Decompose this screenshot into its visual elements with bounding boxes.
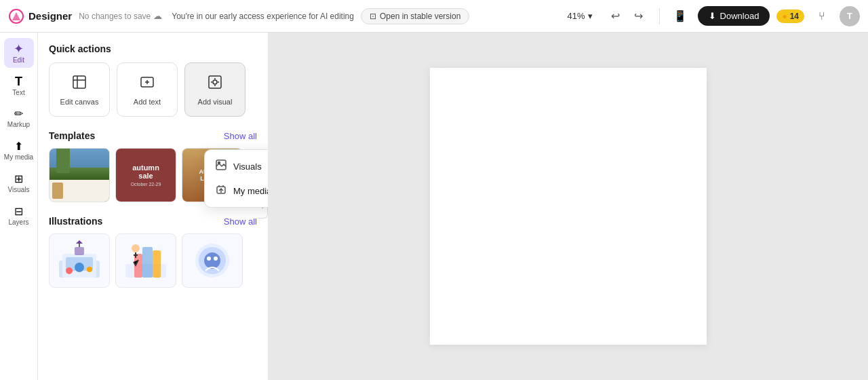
svg-rect-18 <box>153 250 161 278</box>
illustrations-title: Illustrations <box>49 216 102 227</box>
add-visual-icon <box>207 74 223 94</box>
templates-section-header: Templates Show all <box>49 130 257 141</box>
main-area: ✦ Edit T Text ✏ Markup ⬆ My media ⊞ Visu… <box>0 33 868 380</box>
quick-actions-grid: Edit canvas Add text <box>49 62 257 117</box>
edit-icon: ✦ <box>14 43 24 55</box>
edit-canvas-icon <box>71 74 87 94</box>
svg-rect-12 <box>75 247 84 255</box>
user-avatar-button[interactable]: T <box>840 6 860 26</box>
zoom-control[interactable]: 41% ▾ <box>562 8 598 24</box>
add-text-icon <box>139 74 155 94</box>
illustrations-grid <box>49 233 257 288</box>
zoom-value: 41% <box>568 11 585 21</box>
svg-point-11 <box>87 267 92 272</box>
side-panel: Quick actions Edit canvas <box>38 33 269 380</box>
designer-logo <box>8 8 24 24</box>
logo-area: Designer <box>8 8 72 24</box>
edit-canvas-card[interactable]: Edit canvas <box>49 62 110 117</box>
topbar: Designer No changes to save ☁ You're in … <box>0 0 868 33</box>
svg-rect-16 <box>142 247 153 278</box>
coin-icon: ● <box>782 12 787 21</box>
illustration-card-2[interactable] <box>115 233 176 288</box>
divider <box>659 8 660 24</box>
nav-item-edit[interactable]: ✦ Edit <box>4 38 34 68</box>
illustrations-show-all[interactable]: Show all <box>224 216 257 227</box>
svg-point-5 <box>213 80 217 84</box>
text-icon: T <box>15 75 22 88</box>
add-text-card[interactable]: Add text <box>117 62 178 117</box>
save-status: No changes to save ☁ <box>79 11 162 21</box>
stable-icon: ⊡ <box>370 12 376 21</box>
share-icon: ⑂ <box>818 10 825 22</box>
template-card-1[interactable] <box>49 148 110 202</box>
illustration-card-3[interactable] <box>182 233 243 288</box>
svg-point-19 <box>132 244 140 252</box>
svg-rect-4 <box>209 76 221 88</box>
open-stable-button[interactable]: ⊡ Open in stable version <box>361 8 469 24</box>
left-nav: ✦ Edit T Text ✏ Markup ⬆ My media ⊞ Visu… <box>0 33 38 380</box>
coins-badge: ● 14 <box>776 10 804 23</box>
svg-point-23 <box>207 256 211 261</box>
svg-point-22 <box>204 252 220 269</box>
my-media-icon: ⬆ <box>14 141 23 152</box>
nav-item-my-media[interactable]: ⬆ My media <box>4 136 34 166</box>
layers-icon: ⊟ <box>14 206 23 217</box>
app-title: Designer <box>28 10 72 22</box>
popup-menu: Visuals My media <box>204 149 269 208</box>
download-icon: ⬇ <box>709 11 716 21</box>
svg-point-9 <box>66 267 73 274</box>
my-media-popup-icon <box>216 184 226 197</box>
svg-point-24 <box>214 256 218 261</box>
markup-icon: ✏ <box>14 109 23 119</box>
add-visual-card[interactable]: Add visual <box>184 62 245 117</box>
svg-rect-2 <box>73 76 85 88</box>
svg-marker-1 <box>12 12 20 20</box>
svg-marker-14 <box>76 240 83 244</box>
illustration-card-1[interactable] <box>49 233 110 288</box>
svg-point-10 <box>75 263 84 272</box>
visuals-popup-icon <box>216 159 226 173</box>
templates-show-all[interactable]: Show all <box>224 131 257 141</box>
nav-item-layers[interactable]: ⊟ Layers <box>4 201 34 231</box>
redo-button[interactable]: ↪ <box>628 5 650 27</box>
nav-item-text[interactable]: T Text <box>4 71 34 100</box>
early-access-message: You're in our early access experience fo… <box>172 12 354 21</box>
cloud-icon: ☁ <box>153 11 162 21</box>
visuals-icon: ⊞ <box>14 174 23 185</box>
share-button[interactable]: ⑂ <box>811 5 833 27</box>
canvas-area <box>269 33 868 380</box>
undo-redo-group: ↩ ↪ <box>605 5 650 27</box>
download-button[interactable]: ⬇ Download <box>698 6 770 26</box>
undo-button[interactable]: ↩ <box>605 5 627 27</box>
nav-item-visuals[interactable]: ⊞ Visuals <box>4 168 34 198</box>
popup-item-visuals[interactable]: Visuals <box>209 154 269 178</box>
phone-preview-button[interactable]: 📱 <box>669 5 691 27</box>
template-card-2[interactable]: autumnsale October 22-29 <box>115 148 176 202</box>
popup-item-my-media[interactable]: My media <box>209 178 269 203</box>
nav-item-markup[interactable]: ✏ Markup <box>4 103 34 133</box>
chevron-down-icon: ▾ <box>588 11 593 21</box>
quick-actions-title: Quick actions <box>49 43 257 54</box>
templates-title: Templates <box>49 130 95 141</box>
canvas-sheet <box>430 68 707 345</box>
illustrations-section-header: Illustrations Show all <box>49 216 257 227</box>
